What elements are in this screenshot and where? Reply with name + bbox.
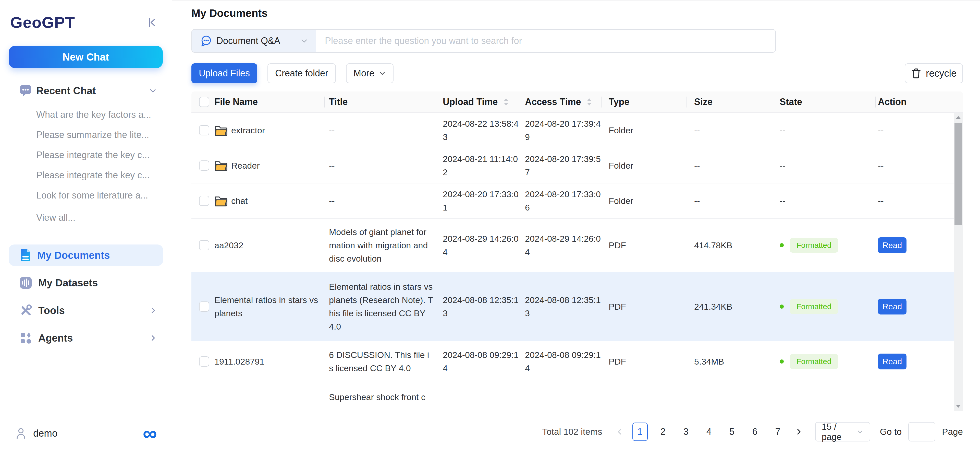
geogpt-app: GeoGPT New Chat Recent Chat What are the…	[0, 0, 980, 455]
chevron-down-icon	[856, 428, 864, 436]
row-checkbox[interactable]	[199, 356, 209, 367]
page-number-3[interactable]: 3	[678, 423, 694, 441]
sidebar-item-agents[interactable]: Agents	[9, 327, 163, 349]
read-button[interactable]: Read	[878, 354, 907, 369]
folder-icon	[215, 160, 228, 171]
table-row[interactable]: aa2032 Models of giant planet formation …	[191, 219, 963, 272]
more-button[interactable]: More	[346, 63, 393, 83]
page-number-5[interactable]: 5	[724, 423, 740, 441]
chevron-down-icon	[379, 70, 386, 77]
access-time-cell: 2024-08-08 12:35:13	[519, 272, 601, 341]
page-number-2[interactable]: 2	[655, 423, 671, 441]
recycle-button[interactable]: recycle	[905, 63, 963, 83]
header-upload-time[interactable]: Upload Time	[437, 91, 519, 112]
user-account[interactable]: demo ∞	[9, 424, 162, 442]
header-file-name: File Name	[191, 91, 325, 112]
type-cell	[601, 382, 687, 411]
type-cell: Folder	[601, 148, 687, 183]
state-cell: --	[771, 184, 876, 218]
goto-page-input[interactable]	[908, 422, 935, 441]
view-all-chats[interactable]: View all...	[0, 208, 172, 228]
upload-time-cell: 2024-08-22 13:58:43	[437, 113, 519, 148]
search-mode-select[interactable]: Document Q&A	[192, 30, 316, 52]
person-icon	[15, 427, 27, 440]
access-time-cell: 2024-08-08 09:29:14	[519, 341, 601, 382]
next-page-button[interactable]	[793, 423, 804, 441]
nav-label: My Datasets	[38, 277, 158, 289]
nav-label: Agents	[38, 332, 149, 344]
trash-icon	[911, 68, 921, 79]
page-number-6[interactable]: 6	[747, 423, 762, 441]
sidebar-footer: demo ∞	[9, 417, 162, 442]
sidebar-item-tools[interactable]: Tools	[9, 300, 163, 321]
size-cell: --	[687, 113, 771, 148]
table-row[interactable]: extractor -- 2024-08-22 13:58:43 2024-08…	[191, 113, 963, 148]
table-row[interactable]: chat -- 2024-08-20 17:33:01 2024-08-20 1…	[191, 184, 963, 219]
action-cell: Read	[876, 272, 963, 341]
file-name-cell: aa2032	[191, 219, 325, 272]
table-scrollbar[interactable]	[954, 113, 963, 411]
prev-page-button[interactable]	[614, 423, 625, 441]
upload-time-cell: 2024-08-20 17:33:01	[437, 184, 519, 218]
recent-chat-item[interactable]: What are the key factors a...	[0, 104, 172, 125]
header-title: Title	[325, 91, 437, 112]
read-button[interactable]: Read	[878, 299, 907, 315]
access-time-cell: 2024-08-20 17:39:57	[519, 148, 601, 183]
state-dot-icon	[780, 305, 784, 309]
state-cell: --	[771, 148, 876, 183]
folder-icon	[215, 195, 228, 206]
page-number-7[interactable]: 7	[770, 423, 786, 441]
select-all-checkbox[interactable]	[199, 97, 209, 107]
sidebar-item-my-documents[interactable]: My Documents	[9, 244, 163, 266]
type-cell: PDF	[601, 341, 687, 382]
page-number-4[interactable]: 4	[701, 423, 717, 441]
access-time-cell: 2024-08-20 17:33:06	[519, 184, 601, 218]
chevron-right-icon	[149, 334, 158, 342]
search-input[interactable]	[316, 30, 775, 52]
table-row[interactable]: Supershear shock front c	[191, 382, 963, 411]
file-name-cell: extractor	[191, 113, 325, 148]
row-checkbox[interactable]	[199, 160, 209, 171]
documents-table: File Name Title Upload Time Access Time …	[191, 91, 963, 411]
page-title: My Documents	[191, 7, 963, 19]
scroll-down-icon[interactable]	[956, 405, 961, 408]
nav-label: Tools	[38, 305, 149, 316]
recent-chat-item[interactable]: Please summarize the lite...	[0, 125, 172, 145]
state-cell: Formatted	[771, 272, 876, 341]
state-cell	[771, 382, 876, 411]
dataset-icon	[19, 276, 32, 289]
row-checkbox[interactable]	[199, 302, 209, 312]
row-checkbox[interactable]	[199, 196, 209, 206]
sidebar-item-my-datasets[interactable]: My Datasets	[9, 272, 163, 294]
page-number-1[interactable]: 1	[632, 423, 648, 441]
row-checkbox[interactable]	[199, 240, 209, 251]
row-checkbox[interactable]	[199, 125, 209, 136]
read-button[interactable]: Read	[878, 237, 907, 253]
table-row[interactable]: Elemental ratios in stars vs planets Ele…	[191, 272, 963, 341]
sidebar-collapse-icon[interactable]	[145, 16, 158, 29]
header-access-time[interactable]: Access Time	[519, 91, 601, 112]
upload-files-button[interactable]: Upload Files	[191, 63, 257, 83]
chevron-down-icon[interactable]	[148, 86, 158, 95]
page-size-select[interactable]: 15 / page	[815, 422, 870, 441]
recent-chat-item[interactable]: Please integrate the key c...	[0, 145, 172, 165]
more-label: More	[353, 68, 374, 79]
scrollbar-thumb[interactable]	[955, 123, 962, 225]
recent-chat-item[interactable]: Please integrate the key c...	[0, 165, 172, 185]
size-cell: --	[687, 148, 771, 183]
search-mode-label: Document Q&A	[216, 35, 300, 46]
file-name-cell	[191, 382, 325, 411]
sort-icons[interactable]	[587, 98, 592, 105]
title-cell: --	[325, 148, 437, 183]
state-cell: Formatted	[771, 219, 876, 272]
table-row[interactable]: Reader -- 2024-08-21 11:14:02 2024-08-20…	[191, 148, 963, 184]
sort-icons[interactable]	[504, 98, 508, 105]
new-chat-button[interactable]: New Chat	[9, 46, 163, 68]
scroll-up-icon[interactable]	[956, 116, 961, 119]
recent-chat-header[interactable]: Recent Chat	[19, 83, 158, 98]
recent-chat-item[interactable]: Look for some literature a...	[0, 185, 172, 205]
pagination: Total 102 items 1 2 3 4 5 6 7 15 / page …	[191, 422, 963, 441]
create-folder-button[interactable]: Create folder	[267, 63, 336, 83]
table-row[interactable]: 1911.028791 6 DISCUSSION. This file is l…	[191, 341, 963, 382]
title-cell: 6 DISCUSSION. This file is licensed CC B…	[325, 341, 437, 382]
